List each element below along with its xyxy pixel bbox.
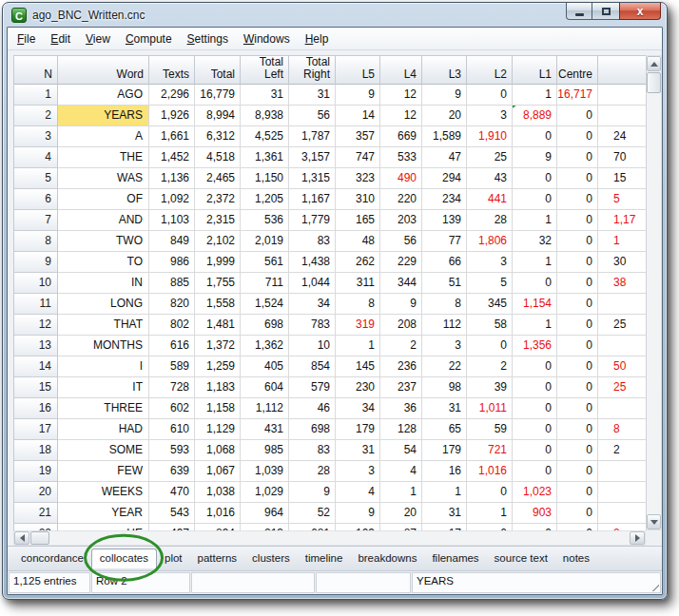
cell-l1[interactable]: 0 [513, 440, 557, 461]
cell-l2[interactable]: 0 [467, 336, 513, 356]
cell-extra[interactable]: 70 [598, 147, 646, 168]
cell-l4[interactable]: 208 [380, 315, 422, 336]
cell-l2[interactable]: 0 [467, 524, 513, 530]
cell-texts[interactable]: 1,092 [149, 189, 195, 210]
cell-l1[interactable]: 1,356 [513, 336, 557, 356]
cell-l3[interactable]: 77 [422, 231, 467, 252]
cell-word[interactable]: OF [58, 189, 149, 210]
cell-texts[interactable]: 728 [149, 377, 195, 398]
cell-centre[interactable]: 0 [557, 315, 598, 336]
cell-l4[interactable]: 87 [380, 524, 422, 530]
resize-grip[interactable] [648, 580, 659, 591]
column-header-l1[interactable]: L1 [513, 56, 557, 85]
tab-plot[interactable]: plot [157, 549, 190, 568]
cell-centre[interactable]: 0 [557, 294, 598, 315]
cell-total_left[interactable]: 536 [241, 210, 289, 231]
cell-texts[interactable]: 602 [149, 398, 195, 419]
cell-centre[interactable]: 0 [557, 377, 598, 398]
cell-total_left[interactable]: 698 [241, 315, 289, 336]
cell-l3[interactable]: 65 [422, 419, 467, 440]
vertical-scroll-track[interactable] [647, 93, 661, 514]
cell-n[interactable]: 12 [14, 315, 58, 336]
cell-l2[interactable]: 1,806 [467, 231, 513, 252]
cell-l3[interactable]: 47 [422, 147, 467, 168]
cell-extra[interactable] [598, 398, 646, 419]
cell-l3[interactable]: 9 [422, 85, 467, 106]
cell-texts[interactable]: 1,136 [149, 168, 195, 189]
cell-word[interactable]: LONG [58, 294, 149, 315]
column-header-l5[interactable]: L5 [336, 56, 380, 85]
cell-l2[interactable]: 39 [467, 377, 513, 398]
cell-total[interactable]: 1,038 [195, 482, 241, 503]
cell-centre[interactable]: 0 [557, 252, 598, 273]
cell-l3[interactable]: 22 [422, 356, 467, 377]
cell-word[interactable]: THE [58, 147, 149, 168]
cell-l3[interactable]: 31 [422, 398, 467, 419]
cell-total_left[interactable]: 2,019 [241, 231, 289, 252]
cell-texts[interactable]: 470 [149, 482, 195, 503]
cell-texts[interactable]: 610 [149, 419, 195, 440]
cell-centre[interactable]: 0 [557, 273, 598, 294]
cell-extra[interactable] [598, 336, 646, 356]
cell-l1[interactable]: 1,023 [513, 482, 557, 503]
column-header-word[interactable]: Word [58, 56, 149, 85]
cell-l5[interactable]: 262 [336, 252, 380, 273]
cell-total[interactable]: 1,481 [195, 315, 241, 336]
cell-l4[interactable]: 344 [380, 273, 422, 294]
cell-n[interactable]: 5 [14, 168, 58, 189]
cell-total_right[interactable]: 854 [289, 356, 336, 377]
cell-total[interactable]: 2,465 [195, 168, 241, 189]
cell-l1[interactable]: 1,154 [513, 294, 557, 315]
cell-centre[interactable]: 0 [557, 419, 598, 440]
cell-extra[interactable] [598, 294, 646, 315]
cell-l1[interactable]: 1 [513, 210, 557, 231]
column-header-l3[interactable]: L3 [422, 56, 467, 85]
cell-n[interactable]: 19 [14, 461, 58, 482]
cell-total[interactable]: 1,259 [195, 356, 241, 377]
cell-l1[interactable]: 0 [513, 189, 557, 210]
cell-extra[interactable]: 38 [598, 273, 646, 294]
column-header-total_right[interactable]: Total Right [289, 56, 336, 85]
cell-total_right[interactable]: 31 [289, 85, 336, 106]
cell-l4[interactable]: 2 [380, 336, 422, 356]
cell-texts[interactable]: 885 [149, 273, 195, 294]
cell-l1[interactable]: 0 [513, 398, 557, 419]
cell-texts[interactable]: 820 [149, 294, 195, 315]
cell-l2[interactable]: 721 [467, 440, 513, 461]
menu-item-edit[interactable]: Edit [43, 32, 78, 46]
tab-clusters[interactable]: clusters [244, 549, 298, 568]
cell-total[interactable]: 1,016 [195, 503, 241, 524]
column-header-texts[interactable]: Texts [149, 56, 195, 85]
cell-l1[interactable]: 0 [513, 377, 557, 398]
cell-total[interactable]: 2,102 [195, 231, 241, 252]
cell-l2[interactable]: 1,910 [467, 126, 513, 147]
cell-l4[interactable]: 54 [380, 440, 422, 461]
cell-n[interactable]: 6 [14, 189, 58, 210]
cell-n[interactable]: 18 [14, 440, 58, 461]
cell-word[interactable]: FEW [58, 461, 149, 482]
cell-l1[interactable]: 0 [513, 273, 557, 294]
cell-l5[interactable]: 357 [336, 126, 380, 147]
cell-centre[interactable]: 16,717 [557, 85, 598, 106]
cell-n[interactable]: 14 [14, 356, 58, 377]
cell-l3[interactable]: 16 [422, 461, 467, 482]
cell-total_right[interactable]: 1,315 [289, 168, 336, 189]
cell-l3[interactable]: 51 [422, 273, 467, 294]
cell-extra[interactable]: 30 [598, 252, 646, 273]
cell-total_left[interactable]: 8,938 [241, 106, 289, 126]
cell-total_left[interactable]: 31 [241, 85, 289, 106]
cell-l5[interactable]: 4 [336, 482, 380, 503]
cell-texts[interactable]: 1,103 [149, 210, 195, 231]
cell-total_left[interactable]: 1,150 [241, 168, 289, 189]
menu-item-compute[interactable]: Compute [118, 32, 180, 46]
cell-l5[interactable]: 48 [336, 231, 380, 252]
cell-l5[interactable]: 3 [336, 461, 380, 482]
cell-total_right[interactable]: 46 [289, 398, 336, 419]
cell-total[interactable]: 2,315 [195, 210, 241, 231]
cell-l4[interactable]: 669 [380, 126, 422, 147]
cell-total_right[interactable]: 56 [289, 106, 336, 126]
cell-n[interactable]: 20 [14, 482, 58, 503]
cell-total_right[interactable]: 9 [289, 482, 336, 503]
cell-centre[interactable]: 0 [557, 168, 598, 189]
cell-extra[interactable]: 5 [598, 189, 646, 210]
